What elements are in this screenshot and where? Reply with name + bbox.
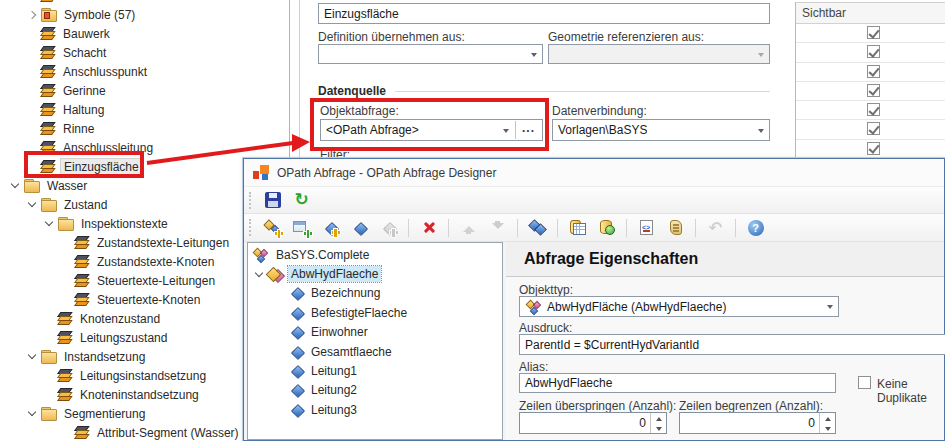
spin-down-icon[interactable]	[651, 423, 666, 433]
tree-item-label: Leitung2	[308, 382, 360, 398]
tree-item-haltung[interactable]: Haltung	[0, 100, 289, 119]
zeilen-ueberspringen-stepper[interactable]: 0	[519, 412, 667, 434]
objekttyp-label: Objekttyp:	[519, 283, 573, 297]
definition-label: Definition übernehmen aus:	[318, 30, 465, 44]
sichtbar-checkbox[interactable]	[867, 84, 880, 97]
spin-up-icon[interactable]	[651, 413, 666, 423]
tree-item-label: Schacht	[60, 45, 109, 61]
refresh-icon: ↻	[293, 192, 310, 209]
tree-item-label: AbwHydFlaeche	[288, 266, 381, 282]
tree-item-gerinne[interactable]: Gerinne	[0, 81, 289, 100]
add-query-icon	[264, 220, 281, 236]
dialog-edit-toolbar: ↶?	[244, 214, 944, 242]
grid-row	[796, 101, 945, 120]
tree-item-einwohner[interactable]: Einwohner	[248, 323, 502, 342]
add-attribute-button[interactable]	[319, 216, 342, 239]
tree-item-label: Steuertexte-Knoten	[94, 292, 203, 308]
tree-indent	[25, 26, 40, 41]
toolbar-grip[interactable]	[249, 192, 253, 209]
tree-expander[interactable]	[25, 349, 40, 364]
tree-item-befestigteflaeche[interactable]: BefestigteFlaeche	[248, 303, 502, 322]
tree-indent	[42, 368, 57, 383]
script-button[interactable]	[664, 216, 687, 239]
folder-icon	[40, 350, 57, 363]
sichtbar-checkbox[interactable]	[867, 26, 880, 39]
tree-item-label: Instandsetzung	[61, 349, 148, 365]
tree-item-leitung1[interactable]: Leitung1	[248, 361, 502, 380]
grid-row	[796, 120, 945, 139]
datenverbindung-combobox[interactable]: Vorlagen\BaSYS	[552, 119, 770, 141]
sichtbar-checkbox[interactable]	[867, 45, 880, 58]
tree-expander[interactable]	[25, 7, 40, 22]
toolbar-grip[interactable]	[249, 219, 253, 236]
add-object-type-icon	[293, 220, 310, 236]
attribute-button[interactable]	[348, 216, 371, 239]
grid-row	[796, 63, 945, 82]
definition-combobox[interactable]	[318, 44, 543, 64]
add-query-button[interactable]	[261, 216, 284, 239]
sichtbar-checkbox[interactable]	[867, 142, 880, 155]
layers-icon	[40, 0, 56, 3]
database-globe-icon	[599, 220, 615, 235]
tree-indent	[25, 121, 40, 136]
spin-down-icon[interactable]	[820, 423, 835, 433]
spin-up-icon[interactable]	[820, 413, 835, 423]
attribute-icon	[290, 383, 304, 397]
toolbar-separator	[695, 219, 696, 237]
tree-item-symbole-57-[interactable]: Symbole (57)	[0, 5, 289, 24]
chevron-down-icon	[758, 129, 764, 136]
sichtbar-checkbox[interactable]	[867, 65, 880, 78]
attribute-icon	[290, 345, 304, 359]
highlight-box-objektabfrage	[310, 98, 549, 151]
database-globe-button[interactable]	[595, 216, 618, 239]
datenquelle-section-title: Datenquelle	[318, 84, 386, 98]
tree-item-leitung3[interactable]: Leitung3	[248, 400, 502, 419]
geometry-combobox	[548, 44, 770, 64]
tree-expander[interactable]	[25, 197, 40, 212]
edit-attribute-button	[377, 216, 400, 239]
tree-expander[interactable]	[25, 406, 40, 421]
layers-icon	[57, 312, 73, 326]
object-type-icon	[267, 267, 284, 282]
add-object-type-button[interactable]	[290, 216, 313, 239]
tree-item-label: BefestigteFlaeche	[308, 305, 410, 321]
tree-indent	[25, 45, 40, 60]
ausdruck-input[interactable]: ParentId = $CurrentHydVariantId	[519, 334, 945, 355]
sichtbar-column-header: Sichtbar	[796, 3, 945, 24]
tree-item-label: Knoteninstandsetzung	[77, 387, 202, 403]
export-xml-button[interactable]	[635, 216, 658, 239]
tree-item-label: Leitung3	[308, 402, 360, 418]
tree-item-schacht[interactable]: Schacht	[0, 43, 289, 62]
attribute-icon	[290, 403, 304, 417]
tree-expander[interactable]	[42, 216, 57, 231]
objekttyp-combobox[interactable]: AbwHydFläche (AbwHydFlaeche)	[519, 296, 839, 317]
tree-item-gesamtflaeche[interactable]: Gesamtflaeche	[248, 342, 502, 361]
copy-table-button[interactable]	[566, 216, 589, 239]
tree-item-bezeichnung[interactable]: Bezeichnung	[248, 284, 502, 303]
tree-item-anschlusspunkt[interactable]: Anschlusspunkt	[0, 62, 289, 81]
tree-item-abwhydflaeche[interactable]: AbwHydFlaeche	[248, 264, 502, 283]
alias-input[interactable]: AbwHydFlaeche	[519, 373, 836, 393]
sichtbar-checkbox[interactable]	[867, 103, 880, 116]
export-xml-icon	[640, 220, 653, 235]
layers-icon	[57, 369, 73, 383]
tree-item-rinne[interactable]: Rinne	[0, 119, 289, 138]
layers-icon	[40, 27, 56, 41]
tree-expander[interactable]	[8, 178, 23, 193]
sichtbar-checkbox[interactable]	[867, 122, 880, 135]
toolbar-separator	[557, 219, 558, 237]
tree-item-basys-complete[interactable]: BaSYS.Complete	[248, 245, 502, 264]
dialog-titlebar[interactable]: OPath Abfrage - OPath Abfrage Designer	[244, 159, 944, 187]
relations-button[interactable]	[526, 216, 549, 239]
delete-button[interactable]	[417, 216, 440, 239]
tree-item-bauwerk[interactable]: Bauwerk	[0, 24, 289, 43]
toolbar-separator	[626, 219, 627, 237]
refresh-button[interactable]: ↻	[290, 189, 313, 212]
save-button[interactable]	[261, 189, 284, 212]
help-button[interactable]: ?	[744, 216, 767, 239]
tree-item-label: Rinne	[60, 121, 97, 137]
layer-name-input[interactable]: Einzugsfläche	[318, 3, 770, 24]
keine-duplikate-checkbox[interactable]	[858, 376, 871, 389]
tree-item-leitung2[interactable]: Leitung2	[248, 381, 502, 400]
zeilen-begrenzen-stepper[interactable]: 0	[679, 412, 836, 434]
